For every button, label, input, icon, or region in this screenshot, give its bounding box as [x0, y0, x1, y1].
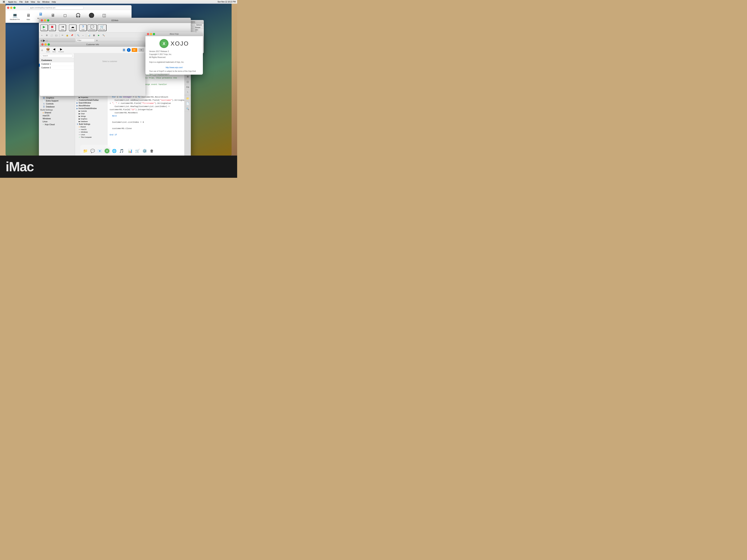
nav-forward-icon[interactable]: ▶: [43, 39, 45, 42]
nav2-invoice-details-window[interactable]: ▶ InvoiceDetailsWindow: [75, 107, 107, 110]
device-imac[interactable]: 🖥 iMac: [23, 12, 33, 21]
tb2-code-btn[interactable]: { }: [54, 33, 58, 37]
about-website-link[interactable]: http://www.xojo.com/: [165, 66, 183, 69]
cust-build-btn[interactable]: ⊡: [138, 48, 144, 52]
rtool-line[interactable]: \: [184, 90, 191, 95]
cust-back-btn[interactable]: ◀ Back: [52, 47, 56, 53]
dock-xojo[interactable]: X: [104, 148, 110, 154]
customer-list-item-1[interactable]: Customer 1: [40, 62, 74, 66]
dock-numbers[interactable]: 📊: [127, 148, 134, 154]
tb2-lock-btn[interactable]: 🔒: [65, 33, 70, 37]
customer-close[interactable]: [41, 43, 44, 46]
tb2-search-btn[interactable]: 🔍: [76, 33, 80, 37]
nav-home-icon[interactable]: ⌂: [46, 39, 48, 42]
xojo-close-button[interactable]: [41, 19, 43, 22]
cust-forward-btn[interactable]: ▶ Forward: [58, 47, 65, 53]
browser-close-button[interactable]: [7, 7, 9, 9]
tb2-pencil-btn[interactable]: ✏: [60, 33, 65, 37]
nav-linux[interactable]: Linux: [39, 120, 75, 123]
rtool-file[interactable]: 📄: [184, 101, 191, 106]
buy-xojo-button[interactable]: 🛒 Buy Xojo: [98, 24, 106, 31]
nav-database[interactable]: 🗄 Database: [39, 105, 75, 108]
nav2-database2[interactable]: ▶ Database: [75, 120, 107, 123]
deploy-button[interactable]: ☁ Deploy: [69, 24, 77, 31]
customer-list-item-2[interactable]: Customer 2: [40, 66, 74, 70]
nav2-about-window[interactable]: ▶ AboutWindow: [75, 104, 107, 107]
dock-safari[interactable]: 🌐: [111, 148, 118, 154]
tb2-chart-btn[interactable]: 📊: [87, 33, 91, 37]
tb2-add-btn[interactable]: +: [40, 33, 44, 37]
nav2-graphics2[interactable]: ▶ Graphics: [75, 117, 107, 120]
browser-minimize-button[interactable]: [10, 7, 12, 9]
tb2-build-btn[interactable]: 🔨: [101, 33, 106, 37]
insert-btn[interactable]: 📦 Insert: [45, 47, 51, 53]
menu-help[interactable]: Help: [51, 0, 57, 3]
apple-menu[interactable]: ⌘: [1, 0, 6, 3]
customer-minimize[interactable]: [45, 43, 47, 46]
browser-zoom-button[interactable]: [14, 7, 16, 9]
cust-run-btn[interactable]: ▶▶: [132, 48, 137, 52]
menu-go[interactable]: Go: [36, 0, 41, 3]
nav2-search-window[interactable]: ▶ SearchWindow: [75, 102, 107, 104]
tb2-layout-btn[interactable]: ⬜: [49, 33, 54, 37]
customer-search-input[interactable]: [41, 54, 73, 57]
menu-file[interactable]: File: [18, 0, 24, 3]
nav-extra-support[interactable]: 📄 Extra Support: [39, 99, 75, 102]
nav-controls[interactable]: 🖱 Controls: [39, 102, 75, 105]
tb2-replace-btn[interactable]: ↔: [81, 33, 85, 37]
browser-url-bar[interactable]: apple.com/shop/buy-mac/imac-pro: [28, 6, 84, 9]
rtool-palette3[interactable]: ◫: [184, 79, 191, 84]
nav2-macos2[interactable]: — macOS: [75, 128, 107, 131]
help-button[interactable]: ? Help: [79, 24, 87, 31]
menu-window[interactable]: Window: [41, 0, 51, 3]
nav2-strings2[interactable]: ▶ Strings: [75, 115, 107, 117]
nav-back-icon[interactable]: ◀: [40, 39, 42, 42]
rtool-folder[interactable]: 📁: [184, 96, 191, 101]
stop-button[interactable]: ⏹ Stop: [49, 24, 56, 31]
am-tab-network[interactable]: Network: [195, 24, 204, 26]
nav-graphics[interactable]: 🖼 Graphics: [39, 96, 75, 99]
menu-view[interactable]: View: [30, 0, 36, 3]
dock-settings[interactable]: ⚙️: [141, 148, 148, 154]
filter-input[interactable]: [76, 39, 95, 42]
cust-avatar-btn[interactable]: 👤: [122, 48, 126, 52]
dock-messages[interactable]: 💬: [89, 148, 96, 154]
nav2-controls2[interactable]: ▶ Controls: [75, 110, 107, 112]
nav-shared[interactable]: ● Shared: [39, 111, 75, 114]
nav2-build-settings[interactable]: ▼ Build Settings: [75, 123, 107, 126]
tb2-grid-btn[interactable]: ⊞: [45, 33, 49, 37]
nav2-properties[interactable]: ▶ Properties: [75, 96, 107, 99]
run-button[interactable]: ▶ Run: [41, 24, 48, 31]
dock-appstore[interactable]: 🛒: [134, 148, 141, 154]
dock-finder[interactable]: 📁: [82, 148, 89, 154]
nav2-shared2[interactable]: ● Shared: [75, 126, 107, 128]
xojo-minimize-button[interactable]: [44, 19, 46, 22]
rtool-grid[interactable]: ⊞: [184, 74, 191, 79]
about-minimize-btn[interactable]: [150, 33, 152, 35]
xojo-zoom-button[interactable]: [47, 19, 49, 22]
device-macbook-pro[interactable]: 💻 MacBook Pro: [8, 12, 21, 21]
nav-windows[interactable]: Windows: [39, 117, 75, 120]
nav-macos[interactable]: macOS: [39, 114, 75, 117]
tb2-pin-btn[interactable]: 📌: [70, 33, 74, 37]
about-zoom-btn[interactable]: [153, 33, 155, 35]
dock-mail[interactable]: 📧: [97, 148, 103, 154]
customer-home-btn[interactable]: ⌂: [41, 49, 43, 52]
about-close-btn[interactable]: [147, 33, 149, 35]
menu-edit[interactable]: Edit: [24, 0, 30, 3]
dock-itunes[interactable]: 🎵: [118, 148, 125, 154]
feedback-button[interactable]: 💬 Feedback: [87, 24, 97, 31]
step-button[interactable]: ⇥ Step: [59, 24, 66, 31]
tb2-bar-btn[interactable]: ▦: [92, 33, 96, 37]
menu-apple-inc[interactable]: Apple Inc.: [7, 0, 18, 3]
nav2-windows2[interactable]: — Windows: [75, 131, 107, 133]
nav2-customer-details-toolbar[interactable]: — CustomerDetailsToolbar: [75, 99, 107, 102]
nav-xojo-cloud[interactable]: ✓ Xojo Cloud: [39, 123, 75, 126]
nav2-chart2[interactable]: ▶ Chart: [75, 112, 107, 115]
rtool-font[interactable]: Aa: [184, 84, 191, 90]
customer-zoom[interactable]: [48, 43, 50, 46]
nav2-this-computer[interactable]: ✓ This Computer: [75, 136, 107, 138]
nav2-linux2[interactable]: — Linux: [75, 133, 107, 136]
cust-info-btn[interactable]: ℹ: [127, 48, 131, 52]
dock-trash[interactable]: 🗑: [149, 148, 155, 154]
